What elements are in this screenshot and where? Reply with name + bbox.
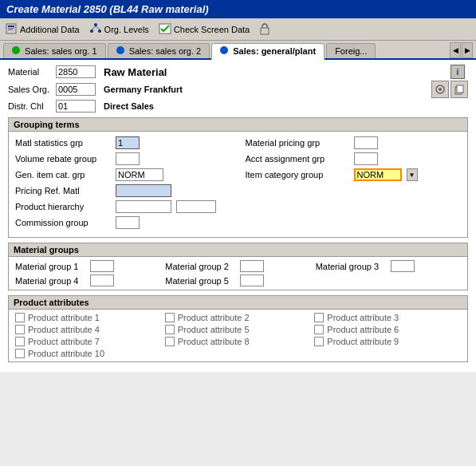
distr-chl-label: Distr. Chl (8, 101, 56, 111)
copy-btn[interactable] (450, 81, 468, 98)
tab-prev-btn[interactable]: ◀ (450, 42, 461, 58)
attr-row-3: Product attribute 7 Product attribute 8 … (15, 337, 461, 346)
tab-sales-general-plant[interactable]: Sales: general/plant (211, 43, 325, 60)
matl-stat-input[interactable] (116, 136, 140, 149)
attr3-checkbox[interactable] (314, 313, 324, 322)
commission-input[interactable] (116, 216, 140, 229)
attr3-col: Product attribute 3 (314, 313, 461, 322)
attr4-label: Product attribute 4 (28, 325, 108, 334)
gen-item-col: Gen. item cat. grp (15, 168, 231, 181)
svg-point-12 (439, 88, 442, 91)
item-category-lookup[interactable]: ▼ (407, 168, 418, 181)
attr2-label: Product attribute 2 (178, 313, 258, 322)
attr8-checkbox[interactable] (165, 337, 175, 346)
group1-label: Material group 1 (15, 262, 87, 271)
check-screen-label: Check Screen Data (174, 25, 250, 34)
matl-stat-col: Matl statistics grp (15, 136, 231, 149)
group3-cell: Material group 3 (316, 260, 461, 272)
settings-btn[interactable] (431, 81, 449, 98)
attr6-label: Product attribute 6 (327, 325, 407, 334)
info-button[interactable]: i (450, 65, 465, 79)
sales-org-desc: Germany Frankfurt (104, 85, 183, 94)
product-hierarchy-input[interactable] (116, 200, 171, 213)
group2-input[interactable] (240, 260, 264, 272)
material-input[interactable] (56, 65, 96, 78)
header-action-btns (431, 81, 468, 98)
distr-chl-row: Distr. Chl Direct Sales (8, 100, 468, 113)
product-hierarchy-col: Product hierarchy (15, 200, 461, 213)
acct-assignment-col: Acct assignment grp (246, 152, 462, 165)
tab-icon-2 (116, 46, 124, 54)
material-groups-title: Material groups (9, 243, 467, 257)
tab-sales-org-1[interactable]: Sales: sales org. 1 (3, 43, 106, 58)
group4-input[interactable] (90, 274, 114, 286)
attr2-col: Product attribute 2 (165, 313, 312, 322)
pricing-ref-input[interactable] (116, 184, 171, 197)
pricing-ref-col: Pricing Ref. Matl (15, 184, 231, 197)
grouping-row-4: Pricing Ref. Matl (15, 184, 461, 197)
acct-assignment-input[interactable] (354, 152, 378, 165)
item-category-label: Item category group (246, 170, 349, 180)
distr-chl-input[interactable] (56, 100, 96, 113)
attr9-checkbox[interactable] (314, 337, 324, 346)
distr-chl-desc: Direct Sales (104, 101, 154, 111)
org-levels-btn[interactable]: Org. Levels (89, 22, 149, 37)
tab-label-1: Sales: sales org. 1 (25, 46, 97, 56)
item-category-input[interactable] (354, 168, 402, 181)
material-groups-row-1: Material group 1 Material group 2 Materi… (15, 260, 461, 272)
attr2-checkbox[interactable] (165, 313, 175, 322)
matl-stat-label: Matl statistics grp (15, 138, 111, 148)
attr6-checkbox[interactable] (314, 325, 324, 334)
gen-item-label: Gen. item cat. grp (15, 170, 111, 180)
attr10-col: Product attribute 10 (15, 349, 461, 358)
attr4-checkbox[interactable] (15, 325, 25, 334)
check-screen-data-btn[interactable]: Check Screen Data (159, 22, 250, 37)
grouping-terms-title: Grouping terms (9, 118, 467, 132)
product-hierarchy-input2[interactable] (176, 200, 216, 213)
lock-btn[interactable] (259, 22, 270, 37)
tab-next-btn[interactable]: ▶ (462, 42, 473, 58)
tab-sales-org-2[interactable]: Sales: sales org. 2 (108, 43, 210, 58)
commission-label: Commission group (15, 218, 111, 227)
lock-icon (259, 22, 270, 37)
attr7-checkbox[interactable] (15, 337, 25, 346)
gen-item-input[interactable] (116, 168, 163, 181)
attr-row-2: Product attribute 4 Product attribute 5 … (15, 325, 461, 334)
attr5-checkbox[interactable] (165, 325, 175, 334)
material-desc: Raw Material (104, 66, 167, 78)
sales-org-input[interactable] (56, 83, 96, 96)
group1-cell: Material group 1 (15, 260, 160, 272)
grouping-terms-section: Grouping terms Matl statistics grp Mater… (8, 117, 468, 238)
grouping-row-5: Product hierarchy (15, 200, 461, 213)
additional-data-btn[interactable]: Additional Data (5, 22, 80, 37)
product-attributes-title: Product attributes (9, 296, 467, 310)
tab-foreign[interactable]: Foreig... (326, 43, 376, 58)
attr1-checkbox[interactable] (15, 313, 25, 322)
attr8-col: Product attribute 8 (165, 337, 312, 346)
material-pricing-input[interactable] (354, 136, 378, 149)
commission-col: Commission group (15, 216, 461, 229)
material-label: Material (8, 67, 56, 77)
attr9-label: Product attribute 9 (327, 337, 407, 346)
sales-org-row: Sales Org. Germany Frankfurt (8, 81, 468, 98)
volume-rebate-col: Volume rebate group (15, 152, 231, 165)
group1-input[interactable] (90, 260, 114, 272)
group2-cell: Material group 2 (165, 260, 310, 272)
group3-input[interactable] (391, 260, 415, 272)
volume-rebate-label: Volume rebate group (15, 154, 111, 164)
attr10-checkbox[interactable] (15, 349, 25, 358)
product-attributes-content: Product attribute 1 Product attribute 2 … (9, 310, 467, 361)
group5-label: Material group 5 (165, 276, 237, 286)
tab-icon-3 (220, 46, 228, 54)
additional-data-label: Additional Data (20, 25, 80, 34)
group4-label: Material group 4 (15, 276, 87, 286)
svg-rect-10 (261, 28, 269, 34)
volume-rebate-input[interactable] (116, 152, 140, 165)
group5-input[interactable] (240, 274, 264, 286)
attr7-label: Product attribute 7 (28, 337, 108, 346)
org-levels-icon (89, 22, 102, 37)
svg-line-8 (96, 26, 100, 30)
content-area: Material Raw Material i Sales Org. Germa… (0, 60, 476, 372)
org-levels-label: Org. Levels (104, 25, 149, 34)
additional-data-icon (5, 22, 18, 37)
